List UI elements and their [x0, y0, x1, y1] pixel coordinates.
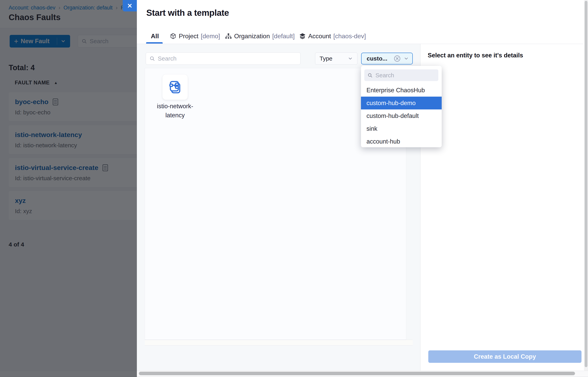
tab-scope-badge: [default] — [272, 33, 295, 40]
tab-scope-badge: [demo] — [201, 33, 220, 40]
vertical-scrollbar-thumb[interactable] — [585, 1, 588, 367]
tab-organization[interactable]: Organization [default] — [225, 30, 295, 42]
modal-title: Start with a template — [146, 8, 229, 18]
menu-item-account-hub[interactable]: account-hub — [361, 135, 442, 148]
active-tab-underline — [146, 42, 163, 44]
fault-template-icon — [167, 80, 183, 95]
close-icon — [127, 3, 133, 9]
template-label-line2: latency — [166, 112, 185, 119]
template-card-istio-network-latency[interactable] — [162, 74, 188, 100]
menu-item-custom-hub-default[interactable]: custom-hub-default — [361, 109, 442, 122]
tab-label: All — [151, 33, 159, 40]
tab-project[interactable]: Project [demo] — [170, 30, 220, 42]
tab-label: Account — [308, 33, 331, 40]
org-chart-icon — [225, 33, 232, 39]
tab-scope-badge: [chaos-dev] — [333, 33, 366, 40]
type-filter-label: Type — [320, 55, 333, 62]
modal-overlay[interactable] — [0, 0, 137, 377]
search-icon — [149, 56, 155, 61]
tab-label: Project — [179, 33, 199, 40]
dropdown-search-box[interactable] — [364, 70, 438, 81]
app: Account: chaos-dev › Organization: defau… — [0, 0, 588, 377]
clear-filter-icon[interactable] — [393, 55, 401, 62]
template-label-line1: istio-network- — [157, 103, 193, 110]
type-filter-dropdown[interactable]: Type — [315, 52, 357, 65]
chaoshub-dropdown-menu: Enterprise ChaosHub custom-hub-demo cust… — [361, 66, 442, 147]
template-search-input[interactable] — [158, 55, 297, 62]
menu-item-custom-hub-demo[interactable]: custom-hub-demo — [361, 97, 442, 109]
chevron-down-icon — [348, 56, 353, 61]
chevron-down-icon — [404, 56, 409, 61]
tab-all[interactable]: All — [151, 30, 159, 42]
menu-item-enterprise-chaoshub[interactable]: Enterprise ChaosHub — [361, 84, 442, 97]
menu-item-sink[interactable]: sink — [361, 122, 442, 135]
chaoshub-filter-dropdown[interactable]: custo... — [361, 53, 413, 64]
close-button[interactable] — [123, 0, 137, 12]
chaoshub-filter-value: custo... — [367, 55, 387, 62]
horizontal-scrollbar-thumb[interactable] — [139, 372, 575, 375]
tab-account[interactable]: Account [chaos-dev] — [299, 30, 366, 42]
create-local-copy-button[interactable]: Create as Local Copy — [428, 350, 581, 363]
template-card-label: istio-network- latency — [151, 102, 199, 120]
template-grid-hscrollbar[interactable] — [145, 340, 413, 345]
details-panel: Select an entity to see it's details Cre… — [421, 44, 584, 371]
details-placeholder-text: Select an entity to see it's details — [428, 52, 523, 59]
template-search-box[interactable] — [146, 52, 300, 65]
layers-icon — [299, 33, 306, 39]
tab-label: Organization — [234, 33, 270, 40]
start-with-template-modal: Start with a template All Project [demo]… — [137, 0, 588, 371]
cube-icon — [170, 33, 177, 39]
dropdown-search-input[interactable] — [375, 72, 435, 79]
search-icon — [367, 72, 373, 78]
